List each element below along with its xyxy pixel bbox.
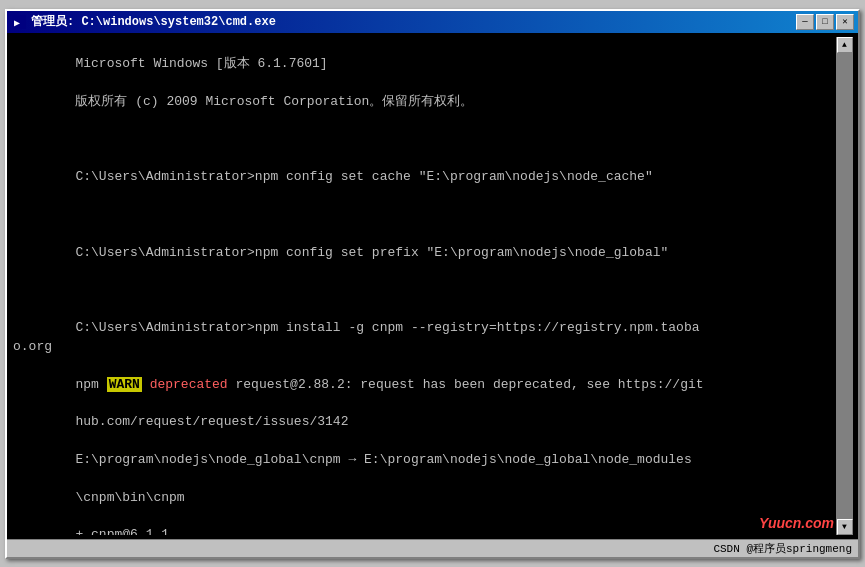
bottom-bar: CSDN @程序员springmeng [7, 539, 858, 557]
line-8: C:\Users\Administrator>npm install -g cn… [75, 320, 699, 335]
scrollbar[interactable]: ▲ ▼ [836, 37, 852, 535]
console-output: Microsoft Windows [版本 6.1.7601] 版权所有 (c)… [13, 37, 836, 535]
watermark: Yuucn.com [759, 515, 834, 531]
window-title: 管理员: C:\windows\system32\cmd.exe [31, 13, 276, 30]
title-bar: ▶ 管理员: C:\windows\system32\cmd.exe ─ □ ✕ [7, 11, 858, 33]
line-2: 版权所有 (c) 2009 Microsoft Corporation。保留所有… [75, 94, 473, 109]
line-13: + cnpm@6.1.1 [75, 527, 169, 534]
warn-badge: WARN [107, 377, 142, 392]
maximize-button[interactable]: □ [816, 14, 834, 30]
line-1: Microsoft Windows [版本 6.1.7601] [75, 56, 327, 71]
line-4: C:\Users\Administrator>npm config set ca… [75, 169, 652, 184]
line-8-cont: o.org [13, 339, 52, 354]
scroll-track[interactable] [837, 53, 853, 519]
line-11: E:\program\nodejs\node_global\cnpm → E:\… [75, 452, 691, 467]
deprecated-text: deprecated [142, 377, 228, 392]
line-12: \cnpm\bin\cnpm [75, 490, 184, 505]
bottom-bar-text: CSDN @程序员springmeng [713, 541, 852, 556]
svg-text:▶: ▶ [14, 17, 20, 28]
cmd-window: ▶ 管理员: C:\windows\system32\cmd.exe ─ □ ✕… [5, 9, 860, 559]
minimize-button[interactable]: ─ [796, 14, 814, 30]
scroll-down-button[interactable]: ▼ [837, 519, 853, 535]
scroll-up-button[interactable]: ▲ [837, 37, 853, 53]
close-button[interactable]: ✕ [836, 14, 854, 30]
line-10: hub.com/request/request/issues/3142 [75, 414, 348, 429]
console-content[interactable]: Microsoft Windows [版本 6.1.7601] 版权所有 (c)… [13, 37, 836, 535]
console-area: Microsoft Windows [版本 6.1.7601] 版权所有 (c)… [7, 33, 858, 539]
line-9-pre: npm [75, 377, 106, 392]
cmd-icon: ▶ [11, 14, 27, 30]
line-9-post: request@2.88.2: request has been depreca… [228, 377, 704, 392]
line-6: C:\Users\Administrator>npm config set pr… [75, 245, 668, 260]
title-bar-left: ▶ 管理员: C:\windows\system32\cmd.exe [11, 13, 276, 30]
window-controls: ─ □ ✕ [796, 14, 854, 30]
